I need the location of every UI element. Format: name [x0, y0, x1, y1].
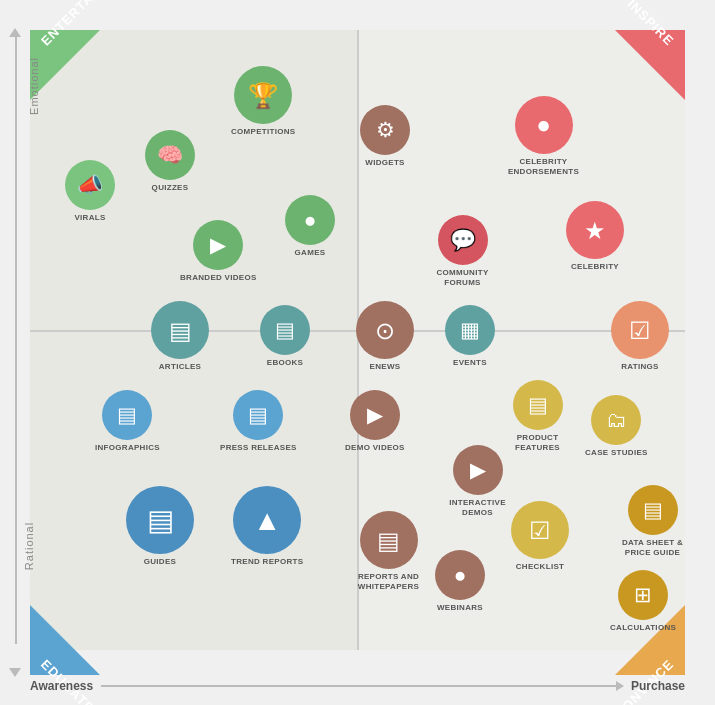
node-icon-branded-videos: ▶	[193, 220, 243, 270]
v-axis-arrow-up	[9, 28, 21, 37]
node-infographics[interactable]: ▤INFOGRAPHICS	[95, 390, 160, 453]
node-webinars[interactable]: ●WEBINARS	[435, 550, 485, 613]
node-label-press-releases: PRESS RELEASES	[220, 443, 297, 453]
node-guides[interactable]: ▤GUIDES	[126, 486, 194, 567]
node-icon-events: ▦	[445, 305, 495, 355]
node-press-releases[interactable]: ▤PRESS RELEASES	[220, 390, 297, 453]
node-label-demo-videos: DEMO VIDEOS	[345, 443, 405, 453]
node-icon-articles: ▤	[151, 301, 209, 359]
node-icon-ratings: ☑	[611, 301, 669, 359]
node-reports-whitepapers[interactable]: ▤REPORTS AND WHITEPAPERS	[346, 511, 431, 591]
node-label-quizzes: QUIZZES	[152, 183, 189, 193]
node-icon-games: ●	[285, 195, 335, 245]
node-trend-reports[interactable]: ▲TREND REPORTS	[231, 486, 303, 567]
node-label-branded-videos: BRANDED VIDEOS	[180, 273, 257, 283]
node-label-events: EVENTS	[453, 358, 487, 368]
node-icon-quizzes: 🧠	[145, 130, 195, 180]
node-icon-trend-reports: ▲	[233, 486, 301, 554]
node-icon-reports-whitepapers: ▤	[360, 511, 418, 569]
node-label-games: GAMES	[295, 248, 326, 258]
node-icon-community-forums: 💬	[438, 215, 488, 265]
node-widgets[interactable]: ⚙WIDGETS	[360, 105, 410, 168]
axis-bottom: Awareness Purchase	[30, 679, 685, 693]
node-product-features[interactable]: ▤PRODUCT FEATURES	[495, 380, 580, 452]
node-virals[interactable]: 📣VIRALS	[65, 160, 115, 223]
node-label-virals: VIRALS	[74, 213, 105, 223]
node-icon-virals: 📣	[65, 160, 115, 210]
node-icon-widgets: ⚙	[360, 105, 410, 155]
axis-label-purchase: Purchase	[631, 679, 685, 693]
node-icon-webinars: ●	[435, 550, 485, 600]
node-label-celebrity-endorsements: CELEBRITY ENDORSEMENTS	[501, 157, 586, 176]
node-label-data-sheet: DATA SHEET & PRICE GUIDE	[610, 538, 695, 557]
node-label-case-studies: CASE STUDIES	[585, 448, 648, 458]
node-interactive-demos[interactable]: ▶INTERACTIVE DEMOS	[435, 445, 520, 517]
node-games[interactable]: ●GAMES	[285, 195, 335, 258]
node-label-community-forums: COMMUNITY FORUMS	[420, 268, 505, 287]
node-events[interactable]: ▦EVENTS	[445, 305, 495, 368]
node-case-studies[interactable]: 🗂CASE STUDIES	[585, 395, 648, 458]
node-label-articles: arTiCLES	[159, 362, 201, 372]
node-icon-press-releases: ▤	[233, 390, 283, 440]
node-community-forums[interactable]: 💬COMMUNITY FORUMS	[420, 215, 505, 287]
node-icon-enews: ⊙	[356, 301, 414, 359]
node-label-checklist: CHECKLIST	[516, 562, 564, 572]
node-label-widgets: WIDGETS	[365, 158, 404, 168]
node-label-trend-reports: TREND REPORTS	[231, 557, 303, 567]
node-icon-checklist: ☑	[511, 501, 569, 559]
node-checklist[interactable]: ☑CHECKLIST	[511, 501, 569, 572]
node-icon-case-studies: 🗂	[591, 395, 641, 445]
node-calculations[interactable]: ⊞CALCULATIONS	[610, 570, 676, 633]
node-icon-product-features: ▤	[513, 380, 563, 430]
node-ratings[interactable]: ☑RATINGS	[611, 301, 669, 372]
node-label-webinars: WEBINARS	[437, 603, 483, 613]
node-icon-demo-videos: ▶	[350, 390, 400, 440]
node-label-guides: GUIDES	[144, 557, 176, 567]
node-icon-infographics: ▤	[102, 390, 152, 440]
node-icon-data-sheet: ▤	[628, 485, 678, 535]
axis-label-awareness: Awareness	[30, 679, 93, 693]
node-data-sheet[interactable]: ▤DATA SHEET & PRICE GUIDE	[610, 485, 695, 557]
node-label-ebooks: EBOOKS	[267, 358, 303, 368]
node-icon-calculations: ⊞	[618, 570, 668, 620]
node-icon-celebrity-endorsements: ●	[515, 96, 573, 154]
node-label-competitions: COMPETITIONS	[231, 127, 296, 137]
node-label-calculations: CALCULATIONS	[610, 623, 676, 633]
node-icon-guides: ▤	[126, 486, 194, 554]
node-articles[interactable]: ▤arTiCLES	[151, 301, 209, 372]
node-label-interactive-demos: INTERACTIVE DEMOS	[435, 498, 520, 517]
node-celebrity-endorsements[interactable]: ●CELEBRITY ENDORSEMENTS	[501, 96, 586, 176]
v-axis-arrow-down	[9, 668, 21, 677]
chart-container: ENTERTAIN INSPIRE EDUCATE CONVINCE Emoti…	[0, 0, 715, 705]
node-icon-celebrity: ★	[566, 201, 624, 259]
node-label-celebrity: CELEBRITY	[571, 262, 619, 272]
node-demo-videos[interactable]: ▶DEMO VIDEOS	[345, 390, 405, 453]
axis-label-rational: Rational	[23, 522, 35, 570]
node-branded-videos[interactable]: ▶BRANDED VIDEOS	[180, 220, 257, 283]
node-label-reports-whitepapers: REPORTS AND WHITEPAPERS	[346, 572, 431, 591]
node-icon-ebooks: ▤	[260, 305, 310, 355]
node-icon-interactive-demos: ▶	[453, 445, 503, 495]
node-icon-competitions: 🏆	[234, 66, 292, 124]
node-competitions[interactable]: 🏆COMPETITIONS	[231, 66, 296, 137]
node-label-infographics: INFOGRAPHICS	[95, 443, 160, 453]
node-celebrity[interactable]: ★CELEBRITY	[566, 201, 624, 272]
node-label-enews: ENEWS	[370, 362, 401, 372]
axis-label-emotional: Emotional	[28, 57, 40, 115]
node-quizzes[interactable]: 🧠QUIZZES	[145, 130, 195, 193]
v-axis-line	[15, 32, 17, 644]
node-ebooks[interactable]: ▤EBOOKS	[260, 305, 310, 368]
node-label-ratings: RATINGS	[621, 362, 659, 372]
node-enews[interactable]: ⊙ENEWS	[356, 301, 414, 372]
